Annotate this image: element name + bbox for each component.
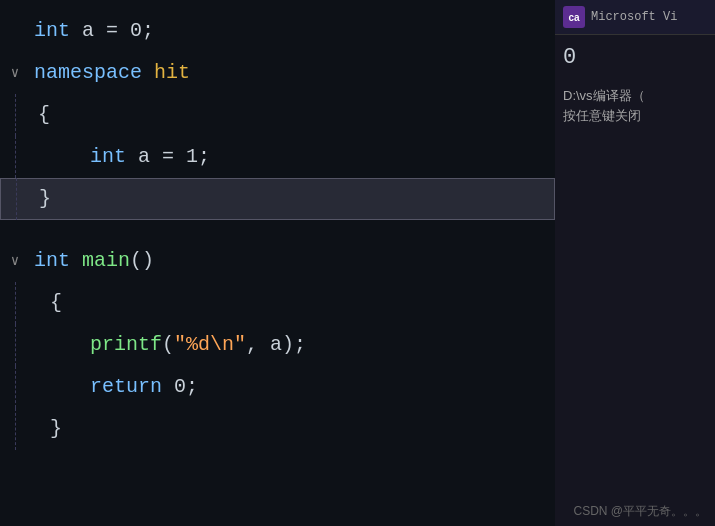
- gutter-8: [0, 324, 30, 366]
- spacer: [0, 220, 555, 240]
- code-editor: int a = 0; ∨ namespace hit { int a = 1;: [0, 0, 555, 526]
- gutter-3: [0, 94, 30, 136]
- indent-guide-5: [15, 324, 16, 366]
- output-path-line2: 按任意键关闭: [563, 106, 707, 126]
- output-value: 0: [563, 45, 707, 70]
- main-brace-close: }: [50, 417, 62, 440]
- printf-args: , a);: [246, 333, 306, 356]
- indent-guide-6: [15, 366, 16, 408]
- code-line-4: int a = 1;: [0, 136, 555, 178]
- brace-close: }: [39, 187, 51, 210]
- right-panel: ca Microsoft Vi 0 D:\vs编译器（ 按任意键关闭 CSDN …: [555, 0, 715, 526]
- code-line-10: }: [0, 408, 555, 450]
- code-content-4: int a = 1;: [30, 136, 545, 178]
- indent-guide-3: [16, 178, 17, 220]
- func-printf: printf: [90, 333, 162, 356]
- code-content-6: int main(): [30, 240, 545, 282]
- code-line-5: }: [0, 178, 555, 220]
- gutter-4: [0, 136, 30, 178]
- vs-icon: ca: [563, 6, 585, 28]
- gutter-6: ∨: [0, 240, 30, 282]
- format-string: "%d\n": [174, 333, 246, 356]
- keyword-int-main: int: [34, 249, 70, 272]
- printf-paren: (: [162, 333, 174, 356]
- code-content-10: }: [30, 408, 545, 450]
- code-content-5: }: [31, 178, 544, 220]
- gutter-5: [1, 178, 31, 220]
- vs-icon-label: ca: [568, 12, 579, 23]
- right-panel-content: 0 D:\vs编译器（ 按任意键关闭: [555, 35, 715, 497]
- right-panel-header: ca Microsoft Vi: [555, 0, 715, 35]
- func-main: main: [82, 249, 130, 272]
- indent-guide-7: [15, 408, 16, 450]
- output-path: D:\vs编译器（ 按任意键关闭: [563, 86, 707, 125]
- code-text: a = 0;: [82, 19, 154, 42]
- code-content-2: namespace hit: [30, 52, 545, 94]
- code-content-1: int a = 0;: [30, 10, 545, 52]
- brace-open: {: [38, 103, 50, 126]
- keyword-int-inner: int: [90, 145, 126, 168]
- collapse-arrow-main-icon[interactable]: ∨: [7, 240, 23, 282]
- indent-guide: [15, 94, 16, 136]
- inner-code: a = 1;: [138, 145, 210, 168]
- code-line-3: {: [0, 94, 555, 136]
- output-path-line1: D:\vs编译器（: [563, 86, 707, 106]
- return-value: 0;: [174, 375, 198, 398]
- code-line-6: ∨ int main(): [0, 240, 555, 282]
- func-parens: (): [130, 249, 154, 272]
- code-line-8: printf("%d\n", a);: [0, 324, 555, 366]
- gutter-9: [0, 366, 30, 408]
- keyword-int: int: [34, 19, 70, 42]
- gutter-7: [0, 282, 30, 324]
- indent-guide-4: [15, 282, 16, 324]
- keyword-return: return: [90, 375, 162, 398]
- code-line-2: ∨ namespace hit: [0, 52, 555, 94]
- main-brace-open: {: [50, 291, 62, 314]
- watermark: CSDN @平平无奇。。。: [555, 497, 715, 526]
- gutter-10: [0, 408, 30, 450]
- namespace-name: hit: [154, 61, 190, 84]
- code-content-8: printf("%d\n", a);: [30, 324, 545, 366]
- code-content-3: {: [30, 94, 545, 136]
- indent-guide-2: [15, 136, 16, 178]
- keyword-namespace: namespace: [34, 61, 142, 84]
- code-line-9: return 0;: [0, 366, 555, 408]
- gutter-2: ∨: [0, 52, 30, 94]
- code-line-7: {: [0, 282, 555, 324]
- code-line-1: int a = 0;: [0, 10, 555, 52]
- collapse-arrow-icon[interactable]: ∨: [7, 52, 23, 94]
- code-content-7: {: [30, 282, 545, 324]
- code-content-9: return 0;: [30, 366, 545, 408]
- vs-title: Microsoft Vi: [591, 10, 677, 24]
